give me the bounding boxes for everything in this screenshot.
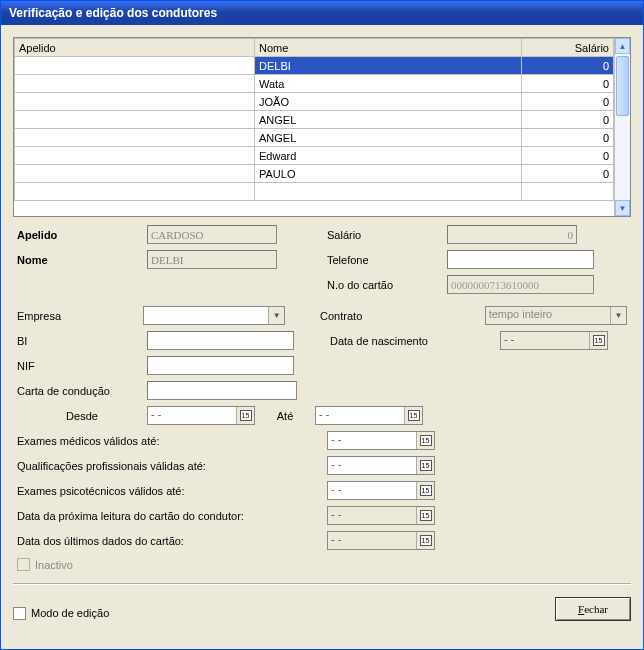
calendar-icon: 15 — [240, 410, 252, 421]
calendar-button[interactable]: 15 — [589, 332, 607, 349]
cell-apelido — [15, 57, 255, 75]
table-row[interactable]: DELBI0 — [15, 57, 614, 75]
scroll-track[interactable] — [615, 54, 630, 200]
label-modo-edicao: Modo de edição — [31, 607, 109, 619]
empresa-combo-text — [144, 307, 268, 324]
cell-nome: Edward — [255, 147, 522, 165]
label-contrato: Contrato — [320, 310, 485, 322]
label-exames-medicos: Exames médicos válidos até: — [17, 435, 327, 447]
label-data-nascimento: Data de nascimento — [330, 335, 500, 347]
label-ate: Até — [255, 410, 315, 422]
scroll-thumb[interactable] — [616, 56, 629, 116]
exames-medicos-field[interactable]: - - 15 — [327, 431, 435, 450]
cell-apelido — [15, 111, 255, 129]
cell-apelido — [15, 165, 255, 183]
contrato-combo[interactable]: tempo inteiro ▼ — [485, 306, 627, 325]
label-ultimos-dados: Data dos últimos dados do cartão: — [17, 535, 327, 547]
label-inactivo: Inactivo — [35, 559, 73, 571]
dropdown-icon: ▼ — [610, 307, 626, 324]
date-text: - - — [328, 432, 416, 449]
calendar-icon: 15 — [420, 535, 432, 546]
cell-nome: JOÃO — [255, 93, 522, 111]
apelido-field[interactable] — [147, 225, 277, 244]
cell-salario: 0 — [522, 75, 614, 93]
table-row[interactable]: JOÃO0 — [15, 93, 614, 111]
table-row[interactable]: Edward0 — [15, 147, 614, 165]
calendar-icon: 15 — [420, 510, 432, 521]
cell-apelido — [15, 183, 255, 201]
salario-field[interactable] — [447, 225, 577, 244]
col-header-nome[interactable]: Nome — [255, 39, 522, 57]
calendar-button[interactable]: 15 — [416, 482, 434, 499]
table-row[interactable]: Wata0 — [15, 75, 614, 93]
label-nif: NIF — [17, 360, 147, 372]
form-area: Apelido Nome Salário Telefone — [13, 217, 631, 575]
date-text: - - — [501, 332, 589, 349]
modo-edicao-row[interactable]: Modo de edição — [13, 607, 109, 620]
fechar-button[interactable]: Fechar — [555, 597, 631, 621]
calendar-button[interactable]: 15 — [416, 507, 434, 524]
window-title: Verificação e edição dos condutores — [9, 6, 217, 20]
nif-field[interactable] — [147, 356, 294, 375]
calendar-icon: 15 — [420, 435, 432, 446]
cell-nome: PAULO — [255, 165, 522, 183]
date-text: - - — [148, 407, 236, 424]
carta-conducao-field[interactable] — [147, 381, 297, 400]
table-row[interactable] — [15, 183, 614, 201]
calendar-button[interactable]: 15 — [416, 457, 434, 474]
ate-field[interactable]: - - 15 — [315, 406, 423, 425]
calendar-icon: 15 — [408, 410, 420, 421]
label-carta-conducao: Carta de condução — [17, 385, 147, 397]
cell-nome: ANGEL — [255, 111, 522, 129]
calendar-button[interactable]: 15 — [404, 407, 422, 424]
qualificacoes-field[interactable]: - - 15 — [327, 456, 435, 475]
cell-salario — [522, 183, 614, 201]
bottom-bar: Modo de edição Fechar — [13, 593, 631, 621]
proxima-leitura-field[interactable]: - - 15 — [327, 506, 435, 525]
divider — [13, 583, 631, 585]
calendar-icon: 15 — [420, 485, 432, 496]
vertical-scrollbar[interactable]: ▲ ▼ — [614, 38, 630, 216]
calendar-button[interactable]: 15 — [416, 432, 434, 449]
bi-field[interactable] — [147, 331, 294, 350]
table-row[interactable]: ANGEL0 — [15, 111, 614, 129]
cell-nome: ANGEL — [255, 129, 522, 147]
ncartao-field[interactable] — [447, 275, 594, 294]
col-header-apelido[interactable]: Apelido — [15, 39, 255, 57]
label-desde: Desde — [17, 410, 147, 422]
cell-nome: DELBI — [255, 57, 522, 75]
label-bi: BI — [17, 335, 147, 347]
label-qualificacoes: Qualificações profissionais válidas até: — [17, 460, 327, 472]
date-text: - - — [328, 507, 416, 524]
table-row[interactable]: PAULO0 — [15, 165, 614, 183]
exames-psico-field[interactable]: - - 15 — [327, 481, 435, 500]
calendar-button[interactable]: 15 — [416, 532, 434, 549]
content-area: Apelido Nome Salário DELBI0Wata0JOÃO0ANG… — [1, 25, 643, 649]
data-nascimento-field[interactable]: - - 15 — [500, 331, 608, 350]
date-text: - - — [328, 482, 416, 499]
modo-edicao-checkbox[interactable] — [13, 607, 26, 620]
scroll-up-button[interactable]: ▲ — [615, 38, 630, 54]
cell-apelido — [15, 147, 255, 165]
empresa-combo[interactable]: ▼ — [143, 306, 285, 325]
telefone-field[interactable] — [447, 250, 594, 269]
date-text: - - — [328, 457, 416, 474]
driver-table: Apelido Nome Salário DELBI0Wata0JOÃO0ANG… — [13, 37, 631, 217]
cell-salario: 0 — [522, 165, 614, 183]
titlebar: Verificação e edição dos condutores — [1, 1, 643, 25]
desde-field[interactable]: - - 15 — [147, 406, 255, 425]
label-apelido: Apelido — [17, 229, 147, 241]
col-header-salario[interactable]: Salário — [522, 39, 614, 57]
cell-apelido — [15, 93, 255, 111]
calendar-icon: 15 — [593, 335, 605, 346]
table-header-row: Apelido Nome Salário — [15, 39, 614, 57]
scroll-down-button[interactable]: ▼ — [615, 200, 630, 216]
cell-salario: 0 — [522, 111, 614, 129]
dropdown-icon: ▼ — [268, 307, 284, 324]
ultimos-dados-field[interactable]: - - 15 — [327, 531, 435, 550]
table-row[interactable]: ANGEL0 — [15, 129, 614, 147]
calendar-button[interactable]: 15 — [236, 407, 254, 424]
window: Verificação e edição dos condutores Apel… — [0, 0, 644, 650]
nome-field[interactable] — [147, 250, 277, 269]
cell-apelido — [15, 75, 255, 93]
